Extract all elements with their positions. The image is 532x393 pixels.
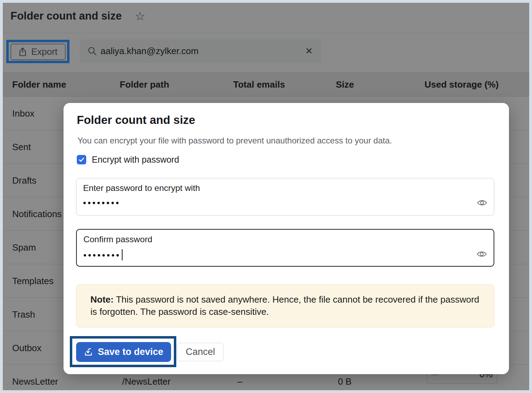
dialog-description: You can encrypt your file with password … <box>77 136 392 146</box>
cancel-button[interactable]: Cancel <box>177 343 224 361</box>
text-caret <box>122 249 123 260</box>
show-password-icon[interactable] <box>476 199 488 207</box>
encrypt-checkbox-label: Encrypt with password <box>92 155 179 165</box>
note-text: This password is not saved anywhere. Hen… <box>90 294 479 317</box>
save-to-device-icon <box>84 347 93 357</box>
export-dialog: Folder count and size You can encrypt yo… <box>64 103 509 374</box>
cancel-button-label: Cancel <box>186 347 215 357</box>
confirm-password-masked-value: •••••••• <box>83 249 123 260</box>
password-masked-value: •••••••• <box>83 198 120 208</box>
save-button-label: Save to device <box>98 347 163 357</box>
note-prefix: Note: <box>90 294 113 305</box>
encrypt-checkbox[interactable] <box>77 155 86 164</box>
confirm-password-field[interactable]: Confirm password •••••••• <box>76 229 494 267</box>
password-field[interactable]: Enter password to encrypt with •••••••• <box>76 178 494 216</box>
note-box: Note: This password is not saved anywher… <box>76 284 494 327</box>
show-confirm-password-icon[interactable] <box>476 250 487 258</box>
confirm-password-label: Confirm password <box>83 235 152 244</box>
encrypt-checkbox-row: Encrypt with password <box>77 155 179 165</box>
dialog-title: Folder count and size <box>77 113 195 127</box>
save-to-device-button[interactable]: Save to device <box>76 342 171 362</box>
password-field-label: Enter password to encrypt with <box>83 183 200 193</box>
background-page: Folder count and size ☆ Export ✕ Folder … <box>3 3 529 390</box>
